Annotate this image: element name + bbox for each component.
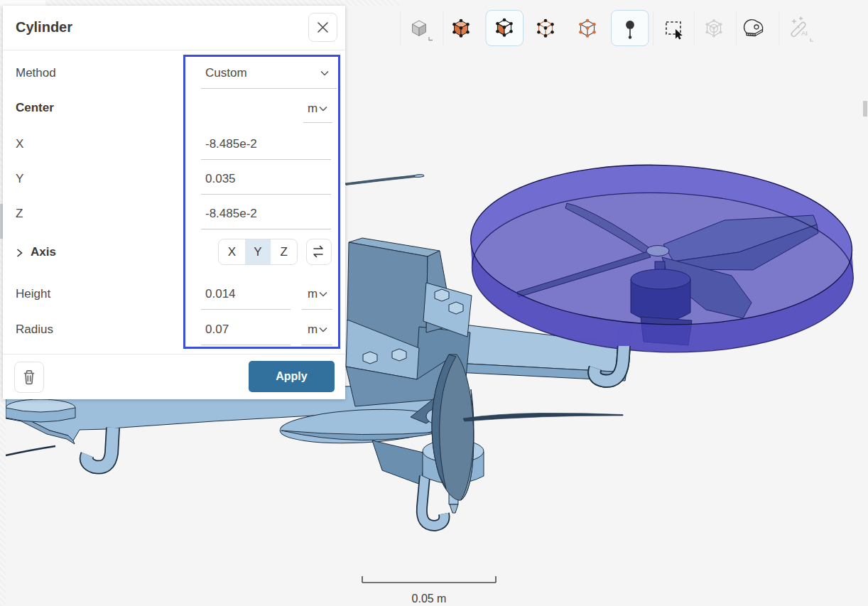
svg-text:AI: AI	[801, 29, 808, 37]
svg-text:0.05 m: 0.05 m	[412, 593, 447, 605]
